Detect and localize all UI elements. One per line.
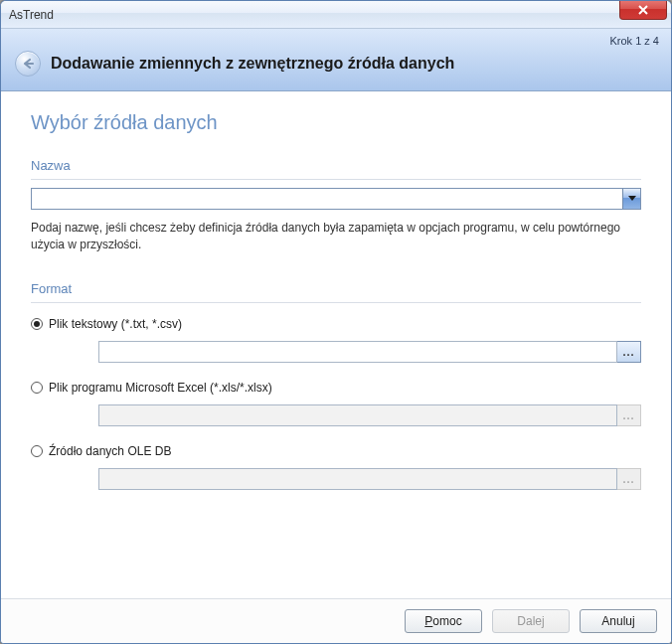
page-heading: Wybór źródła danych (31, 111, 641, 134)
step-indicator: Krok 1 z 4 (11, 33, 661, 47)
name-section-label: Nazwa (31, 158, 641, 173)
name-dropdown-button[interactable] (622, 189, 640, 209)
path-row-excel: ... (98, 404, 641, 426)
path-input-oledb (98, 468, 617, 490)
radio-row-oledb: Źródło danych OLE DB (31, 444, 641, 458)
wizard-title: Dodawanie zmiennych z zewnętrznego źródł… (51, 55, 454, 73)
wizard-header: Krok 1 z 4 Dodawanie zmiennych z zewnętr… (1, 29, 671, 91)
format-section: Format Plik tekstowy (*.txt, *.csv) ... … (31, 281, 641, 490)
format-section-label: Format (31, 281, 641, 296)
name-combobox[interactable] (31, 188, 641, 210)
path-input-text-file[interactable] (98, 341, 617, 363)
radio-row-text-file: Plik tekstowy (*.txt, *.csv) (31, 317, 641, 331)
back-button[interactable] (15, 51, 41, 77)
browse-button-excel: ... (617, 404, 641, 426)
separator (31, 179, 641, 180)
name-help-text: Podaj nazwę, jeśli chcesz żeby definicja… (31, 220, 641, 253)
titlebar: AsTrend (1, 1, 671, 29)
path-input-excel (98, 404, 617, 426)
next-button: Dalej (492, 609, 570, 633)
radio-label: Źródło danych OLE DB (49, 444, 171, 458)
wizard-window: AsTrend Krok 1 z 4 Dodawanie zmiennych z… (0, 0, 672, 644)
browse-button-text-file[interactable]: ... (617, 341, 641, 363)
radio-label: Plik programu Microsoft Excel (*.xls/*.x… (49, 381, 272, 395)
content-area: Wybór źródła danych Nazwa Podaj nazwę, j… (1, 91, 671, 598)
close-icon (638, 5, 648, 15)
wizard-header-main: Dodawanie zmiennych z zewnętrznego źródł… (11, 47, 661, 90)
window-title: AsTrend (9, 8, 54, 22)
chevron-down-icon (628, 196, 636, 202)
radio-label: Plik tekstowy (*.txt, *.csv) (49, 317, 182, 331)
radio-row-excel: Plik programu Microsoft Excel (*.xls/*.x… (31, 381, 641, 395)
footer: Pomoc Dalej Anuluj (1, 598, 671, 643)
path-row-oledb: ... (98, 468, 641, 490)
help-button[interactable]: Pomoc (405, 609, 482, 633)
path-row-text-file: ... (98, 341, 641, 363)
radio-oledb[interactable] (31, 445, 43, 457)
radio-excel[interactable] (31, 382, 43, 394)
radio-dot-icon (34, 321, 40, 327)
radio-text-file[interactable] (31, 318, 43, 330)
svg-marker-0 (628, 196, 636, 201)
separator (31, 302, 641, 303)
cancel-button[interactable]: Anuluj (580, 609, 657, 633)
name-input[interactable] (32, 189, 622, 209)
close-button[interactable] (619, 0, 667, 20)
help-rest: omoc (432, 614, 461, 628)
browse-button-oledb: ... (617, 468, 641, 490)
arrow-left-icon (21, 57, 35, 71)
